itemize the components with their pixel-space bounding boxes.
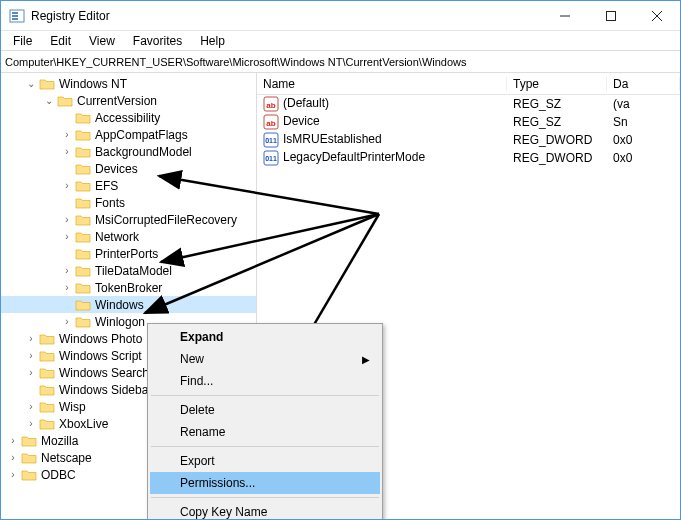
expand-toggle[interactable]: › — [61, 265, 73, 276]
tree-item[interactable]: ›BackgroundModel — [1, 143, 256, 160]
expand-toggle[interactable] — [61, 197, 73, 208]
context-item[interactable]: New▶ — [150, 348, 380, 370]
expand-toggle[interactable] — [61, 299, 73, 310]
folder-icon — [21, 451, 37, 465]
expand-toggle[interactable]: › — [61, 316, 73, 327]
expand-toggle[interactable] — [25, 384, 37, 395]
expand-toggle[interactable]: › — [25, 367, 37, 378]
tree-label: Mozilla — [41, 434, 78, 448]
expand-toggle[interactable]: › — [7, 469, 19, 480]
expand-toggle[interactable]: › — [25, 333, 37, 344]
expand-toggle[interactable]: › — [7, 435, 19, 446]
tree-label: EFS — [95, 179, 118, 193]
expand-toggle[interactable]: › — [7, 452, 19, 463]
expand-toggle[interactable]: ⌄ — [25, 78, 37, 89]
tree-label: Windows Photo — [59, 332, 142, 346]
tree-item[interactable]: ›AppCompatFlags — [1, 126, 256, 143]
folder-icon — [39, 400, 55, 414]
expand-toggle[interactable]: › — [61, 129, 73, 140]
folder-icon — [75, 179, 91, 193]
expand-toggle[interactable]: ⌄ — [43, 95, 55, 106]
col-type[interactable]: Type — [507, 77, 607, 91]
maximize-button[interactable] — [588, 1, 634, 31]
folder-icon — [21, 468, 37, 482]
tree-label: Fonts — [95, 196, 125, 210]
tree-label: Network — [95, 230, 139, 244]
context-separator — [151, 395, 379, 396]
context-label: Find... — [180, 374, 213, 388]
folder-icon — [75, 281, 91, 295]
menu-file[interactable]: File — [5, 32, 40, 50]
expand-toggle[interactable]: › — [61, 180, 73, 191]
context-menu: ExpandNew▶Find...DeleteRenameExportPermi… — [147, 323, 383, 520]
expand-toggle[interactable]: › — [25, 418, 37, 429]
tree-item[interactable]: PrinterPorts — [1, 245, 256, 262]
tree-item[interactable]: Windows — [1, 296, 256, 313]
context-item[interactable]: Delete — [150, 399, 380, 421]
list-row[interactable]: abDeviceREG_SZSn — [257, 113, 680, 131]
value-icon: ab — [263, 96, 279, 112]
svg-text:ab: ab — [266, 101, 275, 110]
expand-toggle[interactable]: › — [61, 282, 73, 293]
expand-toggle[interactable] — [61, 112, 73, 123]
expand-toggle[interactable] — [61, 248, 73, 259]
expand-toggle[interactable]: › — [61, 214, 73, 225]
list-row[interactable]: ab(Default)REG_SZ(va — [257, 95, 680, 113]
tree-item[interactable]: ⌄CurrentVersion — [1, 92, 256, 109]
context-label: Delete — [180, 403, 215, 417]
svg-rect-5 — [607, 11, 616, 20]
menu-favorites[interactable]: Favorites — [125, 32, 190, 50]
tree-label: Netscape — [41, 451, 92, 465]
context-separator — [151, 446, 379, 447]
folder-icon — [39, 349, 55, 363]
value-type: REG_SZ — [507, 97, 607, 111]
address-bar[interactable]: Computer\HKEY_CURRENT_USER\Software\Micr… — [1, 51, 680, 73]
col-data[interactable]: Da — [607, 77, 680, 91]
context-item[interactable]: Find... — [150, 370, 380, 392]
tree-label: MsiCorruptedFileRecovery — [95, 213, 237, 227]
column-headers[interactable]: Name Type Da — [257, 73, 680, 95]
expand-toggle[interactable]: › — [61, 146, 73, 157]
expand-toggle[interactable]: › — [61, 231, 73, 242]
tree-item[interactable]: Fonts — [1, 194, 256, 211]
menu-edit[interactable]: Edit — [42, 32, 79, 50]
tree-item[interactable]: ›TileDataModel — [1, 262, 256, 279]
folder-icon — [21, 434, 37, 448]
context-label: Rename — [180, 425, 225, 439]
context-item[interactable]: Rename — [150, 421, 380, 443]
expand-toggle[interactable] — [61, 163, 73, 174]
menu-view[interactable]: View — [81, 32, 123, 50]
value-icon: ab — [263, 114, 279, 130]
tree-item[interactable]: Accessibility — [1, 109, 256, 126]
context-label: Expand — [180, 330, 223, 344]
context-item[interactable]: Export — [150, 450, 380, 472]
folder-icon — [75, 162, 91, 176]
folder-icon — [39, 366, 55, 380]
tree-item[interactable]: ⌄Windows NT — [1, 75, 256, 92]
context-item[interactable]: Expand — [150, 326, 380, 348]
tree-item[interactable]: ›TokenBroker — [1, 279, 256, 296]
submenu-arrow-icon: ▶ — [362, 354, 370, 365]
list-row[interactable]: 011LegacyDefaultPrinterModeREG_DWORD0x0 — [257, 149, 680, 167]
value-type: REG_DWORD — [507, 133, 607, 147]
col-name[interactable]: Name — [257, 77, 507, 91]
tree-label: Winlogon — [95, 315, 145, 329]
folder-icon — [39, 77, 55, 91]
close-button[interactable] — [634, 1, 680, 31]
tree-label: Windows — [95, 298, 144, 312]
context-item[interactable]: Copy Key Name — [150, 501, 380, 520]
list-row[interactable]: 011IsMRUEstablishedREG_DWORD0x0 — [257, 131, 680, 149]
value-name: Device — [283, 114, 320, 128]
tree-label: BackgroundModel — [95, 145, 192, 159]
minimize-button[interactable] — [542, 1, 588, 31]
context-item[interactable]: Permissions... — [150, 472, 380, 494]
expand-toggle[interactable]: › — [25, 350, 37, 361]
tree-label: AppCompatFlags — [95, 128, 188, 142]
tree-item[interactable]: ›EFS — [1, 177, 256, 194]
tree-item[interactable]: Devices — [1, 160, 256, 177]
menu-help[interactable]: Help — [192, 32, 233, 50]
tree-item[interactable]: ›MsiCorruptedFileRecovery — [1, 211, 256, 228]
tree-label: Accessibility — [95, 111, 160, 125]
expand-toggle[interactable]: › — [25, 401, 37, 412]
tree-item[interactable]: ›Network — [1, 228, 256, 245]
